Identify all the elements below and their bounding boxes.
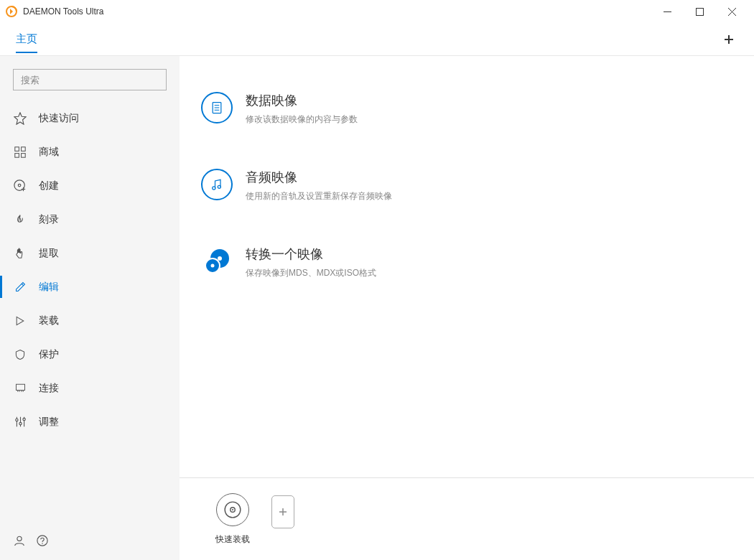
card-desc: 保存映像到MDS、MDX或ISO格式 <box>246 267 376 279</box>
help-icon[interactable] <box>36 534 49 547</box>
sidebar-item-grab[interactable]: 提取 <box>0 236 180 270</box>
sidebar-item-label: 调整 <box>39 416 59 429</box>
sidebar-item-quick-access[interactable]: 快速访问 <box>0 101 180 135</box>
card-desc: 修改该数据映像的内容与参数 <box>246 113 358 126</box>
grid-icon <box>13 145 27 159</box>
star-icon <box>13 111 27 126</box>
sidebar-item-tweak[interactable]: 调整 <box>0 405 180 439</box>
svg-point-12 <box>18 184 21 187</box>
window-title: DAEMON Tools Ultra <box>23 6 651 17</box>
minimize-button[interactable] <box>651 0 684 23</box>
sidebar-item-label: 创建 <box>39 179 59 192</box>
card-convert-image[interactable]: 转换一个映像 保存映像到MDS、MDX或ISO格式 <box>201 238 474 286</box>
card-audio-image[interactable]: 音频映像 使用新的音轨及设置重新保存音频映像 <box>201 162 474 210</box>
sidebar-item-label: 快速访问 <box>39 112 79 125</box>
add-device-button[interactable] <box>271 495 294 528</box>
pencil-icon <box>13 280 27 294</box>
svg-point-23 <box>15 419 17 421</box>
svg-rect-10 <box>22 153 26 157</box>
main-panel: 数据映像 修改该数据映像的内容与参数 音频映像 使用新的音轨及设置重新保存音频映… <box>180 56 754 560</box>
flame-icon <box>13 213 27 227</box>
app-logo-icon <box>6 6 17 17</box>
header: 主页 <box>0 23 754 56</box>
svg-point-26 <box>17 536 22 541</box>
svg-point-28 <box>42 543 42 543</box>
sidebar-item-burn[interactable]: 刻录 <box>0 202 180 236</box>
sidebar-item-protect[interactable]: 保护 <box>0 337 180 371</box>
window-controls <box>651 0 748 23</box>
svg-point-36 <box>218 256 222 261</box>
sidebar-item-mount[interactable]: 装载 <box>0 304 180 337</box>
user-icon[interactable] <box>13 534 26 547</box>
quick-mount-button[interactable]: 快速装载 <box>215 493 250 546</box>
sidebar-item-label: 保护 <box>39 348 59 361</box>
svg-rect-7 <box>15 146 19 151</box>
sidebar-item-store[interactable]: 商域 <box>0 135 180 169</box>
sidebar: 快速访问 商域 创建 刻录 提取 编辑 装载 保护 <box>0 56 180 560</box>
search-input[interactable] <box>13 69 167 90</box>
shield-icon <box>13 347 27 362</box>
disc-icon <box>216 493 249 526</box>
sliders-icon <box>13 415 27 429</box>
document-icon <box>201 92 233 123</box>
svg-rect-15 <box>16 384 24 390</box>
sidebar-item-label: 编辑 <box>39 281 59 294</box>
sidebar-item-label: 商域 <box>39 146 59 159</box>
maximize-button[interactable] <box>684 0 716 23</box>
play-icon <box>13 314 27 328</box>
sidebar-item-edit[interactable]: 编辑 <box>0 270 180 304</box>
svg-point-38 <box>211 264 215 268</box>
main-content: 数据映像 修改该数据映像的内容与参数 音频映像 使用新的音轨及设置重新保存音频映… <box>180 56 754 477</box>
card-desc: 使用新的音轨及设置重新保存音频映像 <box>246 190 392 202</box>
card-title: 音频映像 <box>246 169 392 186</box>
disc-plus-icon <box>13 179 27 193</box>
svg-point-24 <box>19 422 21 424</box>
card-title: 转换一个映像 <box>246 246 376 263</box>
add-tab-button[interactable] <box>722 33 735 46</box>
svg-point-27 <box>37 536 47 546</box>
sidebar-footer <box>13 534 49 547</box>
music-note-icon <box>201 169 233 200</box>
discs-icon <box>201 246 233 277</box>
ethernet-icon <box>13 381 27 396</box>
quick-mount-label: 快速装载 <box>215 533 250 546</box>
svg-point-41 <box>232 508 233 510</box>
bottom-bar: 快速装载 <box>180 477 754 560</box>
card-title: 数据映像 <box>246 92 358 109</box>
tab-home[interactable]: 主页 <box>16 32 37 53</box>
hand-icon <box>13 246 27 261</box>
close-window-button[interactable] <box>716 0 748 23</box>
titlebar: DAEMON Tools Ultra <box>0 0 754 23</box>
svg-rect-2 <box>697 8 704 15</box>
sidebar-item-label: 连接 <box>39 382 59 395</box>
sidebar-item-label: 刻录 <box>39 213 59 226</box>
sidebar-item-create[interactable]: 创建 <box>0 169 180 202</box>
search-box <box>13 69 167 90</box>
sidebar-item-connect[interactable]: 连接 <box>0 371 180 405</box>
sidebar-item-label: 提取 <box>39 247 59 260</box>
card-data-image[interactable]: 数据映像 修改该数据映像的内容与参数 <box>201 85 474 133</box>
svg-rect-9 <box>15 153 19 157</box>
svg-rect-8 <box>22 146 26 151</box>
svg-point-25 <box>22 418 24 420</box>
sidebar-item-label: 装载 <box>39 314 59 327</box>
